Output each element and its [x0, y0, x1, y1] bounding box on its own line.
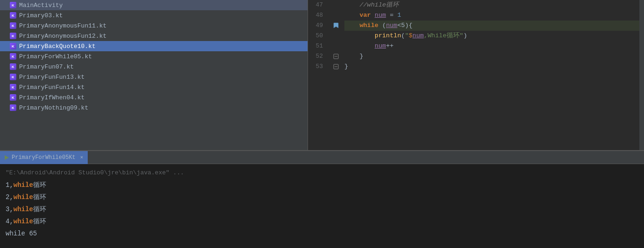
gutter-cell-47 — [331, 0, 341, 10]
file-item-PrimaryForWhile05[interactable]: K PrimaryForWhile05.kt — [0, 51, 308, 62]
file-item-label: PrimaryNothing09.kt — [19, 104, 88, 111]
code-line-48: var num = 1 — [344, 10, 639, 21]
file-item-label: PrimaryForWhile05.kt — [19, 53, 92, 60]
line-number-47: 47 — [308, 0, 327, 10]
output-line-3: 4,while循环 — [6, 215, 638, 227]
terminal-tabs: PrimaryForWhile05Kt × — [0, 151, 644, 164]
terminal-panel: PrimaryForWhile05Kt × "E:\Android\Androi… — [0, 150, 644, 248]
file-kt-icon: K — [9, 1, 17, 9]
line-number-51: 51 — [308, 41, 327, 51]
gutter-cell-48 — [331, 10, 341, 21]
line-number-50: 50 — [308, 31, 327, 41]
file-item-label: MainActivity — [19, 2, 63, 9]
code-line-53: } — [344, 62, 639, 72]
gutter-cell-53 — [331, 62, 341, 72]
line-number-53: 53 — [308, 62, 327, 72]
run-icon — [5, 155, 9, 160]
file-item-label: PrimaryAnonymousFun11.kt — [19, 22, 106, 29]
line-numbers: 47484950515253 — [308, 0, 331, 150]
code-line-51: num++ — [344, 41, 639, 51]
terminal-content: "E:\Android\Android Studio0\jre\bin\java… — [0, 164, 644, 248]
output-line-0: 1,while循环 — [6, 179, 638, 191]
tab-close-button[interactable]: × — [80, 155, 84, 160]
file-item-label: Primary03.kt — [19, 12, 63, 19]
gutter-cell-52 — [331, 51, 341, 62]
output-line-1: 2,while循环 — [6, 191, 638, 203]
code-line-50: println("$num,While循环") — [344, 31, 639, 41]
file-kt-icon: K — [9, 83, 17, 91]
file-item-label: PrimaryFunFun14.kt — [19, 84, 84, 91]
file-item-PrimaryBackQuote10[interactable]: K PrimaryBackQuote10.kt — [0, 41, 308, 51]
output-suffix: 循环 — [33, 181, 46, 189]
gutter-cell-50 — [331, 31, 341, 41]
line-number-48: 48 — [308, 10, 327, 21]
output-keyword: while — [14, 218, 33, 225]
file-list: K MainActivity K Primary03.kt K PrimaryA… — [0, 0, 308, 113]
output-line-2: 3,while循环 — [6, 203, 638, 215]
gutter-cell-51 — [331, 41, 341, 51]
code-content: 47484950515253 //while循环 var num = 1 whi… — [308, 0, 644, 150]
code-line-52: } — [344, 51, 639, 62]
file-kt-icon: K — [9, 53, 17, 60]
output-keyword: while — [14, 193, 33, 201]
file-item-PrimaryFunFun14[interactable]: K PrimaryFunFun14.kt — [0, 82, 308, 92]
file-kt-icon: K — [9, 104, 17, 111]
file-kt-icon: K — [9, 94, 17, 101]
file-tree: K MainActivity K Primary03.kt K PrimaryA… — [0, 0, 308, 150]
terminal-tab-label: PrimaryForWhile05Kt — [12, 154, 76, 161]
output-keyword: while — [14, 206, 33, 213]
file-kt-icon: K — [9, 22, 17, 29]
output-prefix: 3, — [6, 206, 14, 213]
gutter-cell-49 — [331, 21, 341, 31]
terminal-command: "E:\Android\Android Studio0\jre\bin\java… — [6, 167, 638, 179]
file-item-PrimaryFun07[interactable]: K PrimaryFun07.kt — [0, 62, 308, 72]
file-item-PrimaryAnonymousFun11[interactable]: K PrimaryAnonymousFun11.kt — [0, 21, 308, 31]
file-kt-icon: K — [9, 32, 17, 40]
file-item-PrimaryIfWhen04[interactable]: K PrimaryIfWhen04.kt — [0, 92, 308, 103]
file-item-PrimaryNothing09[interactable]: K PrimaryNothing09.kt — [0, 103, 308, 113]
file-kt-icon: K — [9, 42, 17, 50]
terminal-tab[interactable]: PrimaryForWhile05Kt × — [0, 151, 88, 164]
output-prefix: 4, — [6, 218, 14, 225]
file-item-label: PrimaryFun07.kt — [19, 63, 74, 70]
file-kt-icon: K — [9, 73, 17, 81]
code-lines: //while循环 var num = 1 while (num<5){ pri… — [341, 0, 639, 150]
file-item-label: PrimaryAnonymousFun12.kt — [19, 33, 106, 40]
output-suffix: 循环 — [33, 206, 46, 213]
file-item-label: PrimaryFunFun13.kt — [19, 74, 84, 81]
gutter — [331, 0, 341, 150]
output-prefix: 2, — [6, 193, 14, 201]
file-item-PrimaryFunFun13[interactable]: K PrimaryFunFun13.kt — [0, 72, 308, 82]
output-line-4: while 65 — [6, 227, 638, 240]
file-item-label: PrimaryIfWhen04.kt — [19, 94, 84, 101]
file-item-label: PrimaryBackQuote10.kt — [19, 43, 96, 50]
file-item-MainActivity[interactable]: K MainActivity — [0, 0, 308, 10]
output-suffix: 循环 — [33, 193, 46, 201]
code-line-49: while (num<5){ — [344, 21, 639, 31]
file-item-Primary03[interactable]: K Primary03.kt — [0, 10, 308, 21]
output-prefix: 1, — [6, 181, 14, 189]
line-number-52: 52 — [308, 51, 327, 62]
output-suffix: 循环 — [33, 218, 46, 225]
file-item-PrimaryAnonymousFun12[interactable]: K PrimaryAnonymousFun12.kt — [0, 31, 308, 41]
code-editor: 47484950515253 //while循环 var num = 1 whi… — [308, 0, 644, 150]
scrollbar[interactable] — [639, 0, 644, 150]
line-number-49: 49 — [308, 21, 327, 31]
code-line-47: //while循环 — [344, 0, 639, 10]
file-kt-icon: K — [9, 12, 17, 19]
file-kt-icon: K — [9, 63, 17, 70]
output-keyword: while — [14, 181, 33, 189]
